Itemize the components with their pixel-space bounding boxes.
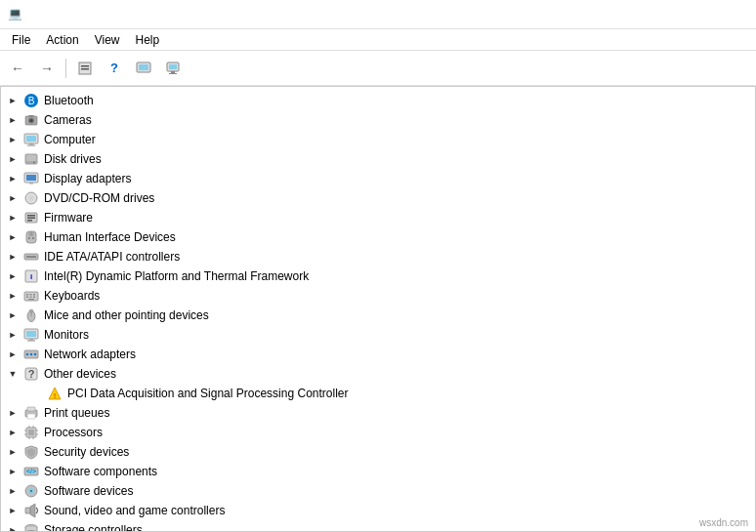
svg-rect-53 <box>26 331 36 337</box>
tree-item-hid[interactable]: ►Human Interface Devices <box>1 227 755 247</box>
back-button[interactable]: ← <box>4 55 31 82</box>
disk-drives-icon <box>22 151 40 167</box>
tree-item-dvd-drives[interactable]: ►DVD/CD-ROM drives <box>1 188 755 208</box>
menu-help[interactable]: Help <box>128 31 168 49</box>
help-button[interactable]: ? <box>101 55 128 82</box>
tree-item-cameras[interactable]: ►Cameras <box>1 110 755 130</box>
tree-item-label: Computer <box>44 133 96 146</box>
tree-item-label: Bluetooth <box>44 94 94 107</box>
chevron-icon: ► <box>5 307 21 323</box>
tree-item-other-devices[interactable]: ▼?Other devices <box>1 364 755 384</box>
security-devices-icon <box>22 444 40 460</box>
print-queues-icon <box>22 405 40 421</box>
tree-item-pci-data[interactable]: !PCI Data Acquisition and Signal Process… <box>1 384 755 403</box>
tree-item-label: Storage controllers <box>44 523 143 531</box>
tree-item-network[interactable]: ►Network adapters <box>1 345 755 364</box>
svg-point-35 <box>28 237 30 239</box>
svg-rect-47 <box>33 297 35 299</box>
svg-rect-8 <box>169 73 177 74</box>
svg-rect-68 <box>28 430 34 435</box>
tree-item-monitors[interactable]: ►Monitors <box>1 325 755 345</box>
tree-item-processors[interactable]: ►Processors <box>1 423 755 442</box>
tree-item-label: Display adapters <box>44 172 131 185</box>
svg-rect-6 <box>169 64 177 69</box>
svg-rect-2 <box>81 68 89 70</box>
tree-item-label: Human Interface Devices <box>44 230 176 244</box>
svg-point-82 <box>30 490 32 492</box>
software-components-icon: </> <box>22 464 40 479</box>
tree-item-bluetooth[interactable]: ►BBluetooth <box>1 91 755 110</box>
tree-item-software-devices[interactable]: ►Software devices <box>1 481 755 501</box>
svg-rect-7 <box>171 71 175 73</box>
chevron-icon: ► <box>5 210 21 225</box>
dvd-drives-icon <box>22 190 40 206</box>
maximize-button[interactable] <box>660 0 704 29</box>
tree-item-label: Sound, video and game controllers <box>44 504 225 517</box>
tree-item-label: Network adapters <box>44 348 136 361</box>
other-devices-icon: ? <box>22 366 40 382</box>
network-icon <box>22 347 40 362</box>
svg-point-59 <box>34 353 36 355</box>
svg-rect-44 <box>33 294 35 296</box>
tree-item-sound[interactable]: ►Sound, video and game controllers <box>1 501 755 520</box>
svg-point-27 <box>30 197 32 199</box>
software-devices-icon <box>22 483 40 499</box>
tree-item-label: Mice and other pointing devices <box>44 308 209 322</box>
tree-item-intel[interactable]: ►iIntel(R) Dynamic Platform and Thermal … <box>1 266 755 286</box>
svg-rect-46 <box>30 297 32 299</box>
tree-item-label: Keyboards <box>44 289 100 303</box>
svg-rect-48 <box>28 299 34 300</box>
chevron-icon: ► <box>5 112 21 128</box>
svg-rect-16 <box>26 136 36 142</box>
chevron-icon: ► <box>5 288 21 304</box>
close-button[interactable] <box>704 0 748 29</box>
svg-point-51 <box>29 309 33 312</box>
tree-item-label: Security devices <box>44 445 129 459</box>
tree-item-label: PCI Data Acquisition and Signal Processi… <box>67 387 348 400</box>
chevron-icon: ► <box>5 93 21 108</box>
chevron-icon: ► <box>5 425 21 440</box>
device-tree[interactable]: ►BBluetooth►Cameras►Computer►Disk drives… <box>1 87 755 531</box>
svg-point-36 <box>32 237 34 239</box>
tree-item-mice[interactable]: ►Mice and other pointing devices <box>1 306 755 325</box>
svg-text:</>: </> <box>26 468 36 474</box>
storage-icon <box>22 522 40 531</box>
mice-icon <box>22 307 40 323</box>
update-button[interactable] <box>130 55 157 82</box>
svg-rect-38 <box>26 256 36 258</box>
tree-item-disk-drives[interactable]: ►Disk drives <box>1 149 755 169</box>
bluetooth-icon: B <box>22 93 40 108</box>
menu-file[interactable]: File <box>4 31 38 49</box>
svg-text:!: ! <box>54 391 57 400</box>
tree-item-firmware[interactable]: ►Firmware <box>1 208 755 227</box>
tree-item-computer[interactable]: ►Computer <box>1 130 755 149</box>
tree-item-storage[interactable]: ►Storage controllers <box>1 520 755 531</box>
menu-view[interactable]: View <box>87 31 128 49</box>
svg-rect-20 <box>25 161 37 164</box>
chevron-icon: ► <box>5 190 21 206</box>
chevron-icon: ► <box>5 483 21 499</box>
tree-item-software-components[interactable]: ►</>Software components <box>1 462 755 481</box>
toolbar: ← → ? <box>0 51 756 86</box>
minimize-button[interactable] <box>616 0 660 29</box>
ide-icon <box>22 249 40 265</box>
svg-point-21 <box>33 162 35 164</box>
chevron-icon: ► <box>5 405 21 421</box>
monitor-button[interactable] <box>159 55 187 82</box>
tree-item-print-queues[interactable]: ►Print queues <box>1 403 755 423</box>
tree-item-ide[interactable]: ►IDE ATA/ATAPI controllers <box>1 247 755 266</box>
sound-icon <box>22 503 40 518</box>
svg-rect-30 <box>27 218 35 220</box>
forward-button[interactable]: → <box>33 55 61 82</box>
properties-button[interactable] <box>71 55 99 82</box>
tree-item-security-devices[interactable]: ►Security devices <box>1 442 755 462</box>
tree-item-keyboards[interactable]: ►Keyboards <box>1 286 755 306</box>
app-icon: 💻 <box>8 7 23 22</box>
tree-item-label: Software components <box>44 465 157 478</box>
svg-rect-55 <box>27 341 35 342</box>
svg-rect-17 <box>29 143 33 145</box>
svg-rect-18 <box>27 145 35 146</box>
menu-action[interactable]: Action <box>38 31 86 49</box>
tree-item-display-adapters[interactable]: ►Display adapters <box>1 169 755 188</box>
tree-item-label: Processors <box>44 426 103 439</box>
